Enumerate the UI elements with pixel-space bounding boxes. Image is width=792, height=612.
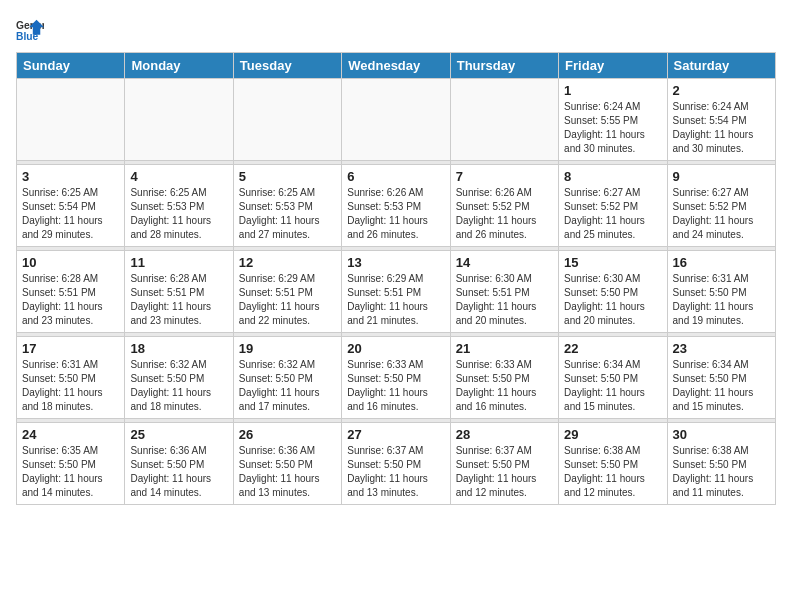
calendar-day-cell: 8Sunrise: 6:27 AM Sunset: 5:52 PM Daylig…	[559, 165, 667, 247]
day-number: 18	[130, 341, 227, 356]
calendar-day-cell: 4Sunrise: 6:25 AM Sunset: 5:53 PM Daylig…	[125, 165, 233, 247]
calendar-day-cell: 17Sunrise: 6:31 AM Sunset: 5:50 PM Dayli…	[17, 337, 125, 419]
calendar-day-cell: 25Sunrise: 6:36 AM Sunset: 5:50 PM Dayli…	[125, 423, 233, 505]
day-number: 20	[347, 341, 444, 356]
day-number: 28	[456, 427, 553, 442]
day-number: 13	[347, 255, 444, 270]
day-info: Sunrise: 6:32 AM Sunset: 5:50 PM Dayligh…	[239, 358, 336, 414]
day-number: 8	[564, 169, 661, 184]
day-number: 16	[673, 255, 770, 270]
calendar-day-cell: 23Sunrise: 6:34 AM Sunset: 5:50 PM Dayli…	[667, 337, 775, 419]
weekday-header-row: SundayMondayTuesdayWednesdayThursdayFrid…	[17, 53, 776, 79]
day-number: 23	[673, 341, 770, 356]
day-number: 10	[22, 255, 119, 270]
day-info: Sunrise: 6:33 AM Sunset: 5:50 PM Dayligh…	[456, 358, 553, 414]
day-info: Sunrise: 6:34 AM Sunset: 5:50 PM Dayligh…	[673, 358, 770, 414]
calendar-table: SundayMondayTuesdayWednesdayThursdayFrid…	[16, 52, 776, 505]
weekday-header-wednesday: Wednesday	[342, 53, 450, 79]
day-info: Sunrise: 6:32 AM Sunset: 5:50 PM Dayligh…	[130, 358, 227, 414]
calendar-week-row: 3Sunrise: 6:25 AM Sunset: 5:54 PM Daylig…	[17, 165, 776, 247]
weekday-header-friday: Friday	[559, 53, 667, 79]
day-number: 24	[22, 427, 119, 442]
calendar-day-cell: 15Sunrise: 6:30 AM Sunset: 5:50 PM Dayli…	[559, 251, 667, 333]
calendar-day-cell	[450, 79, 558, 161]
calendar-day-cell: 12Sunrise: 6:29 AM Sunset: 5:51 PM Dayli…	[233, 251, 341, 333]
day-info: Sunrise: 6:37 AM Sunset: 5:50 PM Dayligh…	[456, 444, 553, 500]
day-info: Sunrise: 6:27 AM Sunset: 5:52 PM Dayligh…	[673, 186, 770, 242]
day-info: Sunrise: 6:31 AM Sunset: 5:50 PM Dayligh…	[22, 358, 119, 414]
day-info: Sunrise: 6:36 AM Sunset: 5:50 PM Dayligh…	[130, 444, 227, 500]
day-info: Sunrise: 6:25 AM Sunset: 5:53 PM Dayligh…	[130, 186, 227, 242]
day-info: Sunrise: 6:38 AM Sunset: 5:50 PM Dayligh…	[673, 444, 770, 500]
calendar-day-cell	[125, 79, 233, 161]
day-number: 9	[673, 169, 770, 184]
day-info: Sunrise: 6:38 AM Sunset: 5:50 PM Dayligh…	[564, 444, 661, 500]
day-number: 27	[347, 427, 444, 442]
day-info: Sunrise: 6:30 AM Sunset: 5:51 PM Dayligh…	[456, 272, 553, 328]
day-info: Sunrise: 6:25 AM Sunset: 5:54 PM Dayligh…	[22, 186, 119, 242]
calendar-day-cell: 11Sunrise: 6:28 AM Sunset: 5:51 PM Dayli…	[125, 251, 233, 333]
calendar-day-cell: 18Sunrise: 6:32 AM Sunset: 5:50 PM Dayli…	[125, 337, 233, 419]
day-info: Sunrise: 6:28 AM Sunset: 5:51 PM Dayligh…	[22, 272, 119, 328]
calendar-day-cell: 16Sunrise: 6:31 AM Sunset: 5:50 PM Dayli…	[667, 251, 775, 333]
day-info: Sunrise: 6:24 AM Sunset: 5:55 PM Dayligh…	[564, 100, 661, 156]
calendar-week-row: 1Sunrise: 6:24 AM Sunset: 5:55 PM Daylig…	[17, 79, 776, 161]
calendar-day-cell: 3Sunrise: 6:25 AM Sunset: 5:54 PM Daylig…	[17, 165, 125, 247]
calendar-day-cell: 6Sunrise: 6:26 AM Sunset: 5:53 PM Daylig…	[342, 165, 450, 247]
day-number: 12	[239, 255, 336, 270]
calendar-day-cell: 7Sunrise: 6:26 AM Sunset: 5:52 PM Daylig…	[450, 165, 558, 247]
day-number: 19	[239, 341, 336, 356]
calendar-day-cell: 13Sunrise: 6:29 AM Sunset: 5:51 PM Dayli…	[342, 251, 450, 333]
calendar-week-row: 24Sunrise: 6:35 AM Sunset: 5:50 PM Dayli…	[17, 423, 776, 505]
day-number: 11	[130, 255, 227, 270]
weekday-header-thursday: Thursday	[450, 53, 558, 79]
day-info: Sunrise: 6:24 AM Sunset: 5:54 PM Dayligh…	[673, 100, 770, 156]
day-number: 5	[239, 169, 336, 184]
weekday-header-saturday: Saturday	[667, 53, 775, 79]
calendar-day-cell: 10Sunrise: 6:28 AM Sunset: 5:51 PM Dayli…	[17, 251, 125, 333]
calendar-week-row: 10Sunrise: 6:28 AM Sunset: 5:51 PM Dayli…	[17, 251, 776, 333]
day-info: Sunrise: 6:35 AM Sunset: 5:50 PM Dayligh…	[22, 444, 119, 500]
day-number: 1	[564, 83, 661, 98]
day-info: Sunrise: 6:26 AM Sunset: 5:52 PM Dayligh…	[456, 186, 553, 242]
calendar-day-cell: 2Sunrise: 6:24 AM Sunset: 5:54 PM Daylig…	[667, 79, 775, 161]
page-header: General Blue	[16, 16, 776, 44]
logo: General Blue	[16, 16, 44, 44]
day-info: Sunrise: 6:34 AM Sunset: 5:50 PM Dayligh…	[564, 358, 661, 414]
day-info: Sunrise: 6:37 AM Sunset: 5:50 PM Dayligh…	[347, 444, 444, 500]
calendar-day-cell: 5Sunrise: 6:25 AM Sunset: 5:53 PM Daylig…	[233, 165, 341, 247]
calendar-day-cell: 14Sunrise: 6:30 AM Sunset: 5:51 PM Dayli…	[450, 251, 558, 333]
calendar-day-cell: 30Sunrise: 6:38 AM Sunset: 5:50 PM Dayli…	[667, 423, 775, 505]
day-info: Sunrise: 6:33 AM Sunset: 5:50 PM Dayligh…	[347, 358, 444, 414]
day-number: 15	[564, 255, 661, 270]
calendar-day-cell: 22Sunrise: 6:34 AM Sunset: 5:50 PM Dayli…	[559, 337, 667, 419]
calendar-day-cell: 24Sunrise: 6:35 AM Sunset: 5:50 PM Dayli…	[17, 423, 125, 505]
day-info: Sunrise: 6:28 AM Sunset: 5:51 PM Dayligh…	[130, 272, 227, 328]
day-number: 14	[456, 255, 553, 270]
calendar-day-cell: 1Sunrise: 6:24 AM Sunset: 5:55 PM Daylig…	[559, 79, 667, 161]
calendar-day-cell: 21Sunrise: 6:33 AM Sunset: 5:50 PM Dayli…	[450, 337, 558, 419]
calendar-day-cell: 27Sunrise: 6:37 AM Sunset: 5:50 PM Dayli…	[342, 423, 450, 505]
day-number: 26	[239, 427, 336, 442]
calendar-day-cell: 29Sunrise: 6:38 AM Sunset: 5:50 PM Dayli…	[559, 423, 667, 505]
day-info: Sunrise: 6:31 AM Sunset: 5:50 PM Dayligh…	[673, 272, 770, 328]
calendar-day-cell	[233, 79, 341, 161]
calendar-day-cell: 26Sunrise: 6:36 AM Sunset: 5:50 PM Dayli…	[233, 423, 341, 505]
calendar-day-cell: 20Sunrise: 6:33 AM Sunset: 5:50 PM Dayli…	[342, 337, 450, 419]
calendar-week-row: 17Sunrise: 6:31 AM Sunset: 5:50 PM Dayli…	[17, 337, 776, 419]
calendar-day-cell	[17, 79, 125, 161]
day-info: Sunrise: 6:27 AM Sunset: 5:52 PM Dayligh…	[564, 186, 661, 242]
day-number: 25	[130, 427, 227, 442]
day-info: Sunrise: 6:26 AM Sunset: 5:53 PM Dayligh…	[347, 186, 444, 242]
day-number: 2	[673, 83, 770, 98]
day-info: Sunrise: 6:36 AM Sunset: 5:50 PM Dayligh…	[239, 444, 336, 500]
day-number: 3	[22, 169, 119, 184]
day-number: 21	[456, 341, 553, 356]
weekday-header-monday: Monday	[125, 53, 233, 79]
calendar-day-cell: 28Sunrise: 6:37 AM Sunset: 5:50 PM Dayli…	[450, 423, 558, 505]
day-info: Sunrise: 6:29 AM Sunset: 5:51 PM Dayligh…	[239, 272, 336, 328]
calendar-day-cell: 9Sunrise: 6:27 AM Sunset: 5:52 PM Daylig…	[667, 165, 775, 247]
day-number: 29	[564, 427, 661, 442]
calendar-day-cell	[342, 79, 450, 161]
day-info: Sunrise: 6:30 AM Sunset: 5:50 PM Dayligh…	[564, 272, 661, 328]
